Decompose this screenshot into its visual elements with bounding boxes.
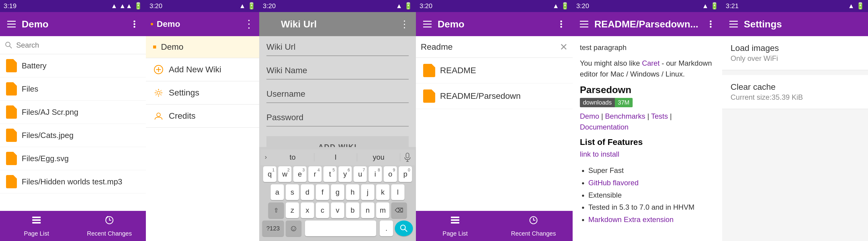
menu-button-5[interactable]: [578, 18, 591, 31]
search-field-4[interactable]: [421, 42, 556, 52]
key-c[interactable]: c: [316, 202, 329, 218]
link-install[interactable]: link to install: [580, 150, 619, 158]
key-v[interactable]: v: [331, 202, 344, 218]
add-wiki-item[interactable]: Add New Wiki: [146, 58, 259, 81]
wifi-icon-6: ▲: [848, 2, 855, 10]
file-item-hidden[interactable]: Files/Hidden worlds test.mp3: [0, 170, 146, 194]
key-k[interactable]: k: [376, 184, 390, 200]
suggestion-i[interactable]: I: [314, 153, 358, 162]
key-period[interactable]: .: [380, 220, 393, 236]
tab-recent-changes-4[interactable]: Recent Changes: [494, 211, 572, 241]
svg-rect-29: [451, 219, 459, 221]
key-t[interactable]: t5: [323, 166, 337, 182]
settings-item[interactable]: Settings: [146, 81, 259, 105]
more-button-1[interactable]: [128, 18, 141, 31]
key-j[interactable]: j: [361, 184, 374, 200]
key-i[interactable]: i8: [369, 166, 382, 182]
key-u[interactable]: u7: [353, 166, 367, 182]
credits-item[interactable]: Credits: [146, 105, 259, 128]
key-x[interactable]: x: [301, 202, 314, 218]
key-w[interactable]: w2: [278, 166, 291, 182]
key-e[interactable]: e3: [293, 166, 307, 182]
search-input-1[interactable]: [16, 41, 141, 49]
form-label-username: Username: [267, 89, 409, 99]
key-o[interactable]: o9: [384, 166, 397, 182]
file-item-cats[interactable]: Files/Cats.jpeg: [0, 124, 146, 147]
key-p[interactable]: p0: [399, 166, 412, 182]
more-button-4[interactable]: [555, 18, 568, 31]
suggestion-you[interactable]: you: [357, 153, 400, 162]
key-emoji[interactable]: ☺: [286, 220, 301, 236]
content-links: Demo | Benchmarks | Tests | Documentatio…: [580, 111, 715, 133]
time-6: 3:21: [726, 2, 739, 10]
clear-search-button[interactable]: ✕: [560, 41, 568, 53]
file-icon-files: [6, 82, 17, 96]
time-5: 3:20: [576, 2, 589, 10]
key-m[interactable]: m: [376, 202, 390, 218]
link-benchmarks[interactable]: Benchmarks: [605, 112, 645, 120]
key-r[interactable]: r4: [308, 166, 321, 182]
svg-point-27: [560, 26, 562, 28]
separator-3: |: [670, 112, 672, 120]
link-github-flavored[interactable]: GitHub flavored: [588, 179, 639, 187]
svg-point-37: [710, 26, 712, 28]
key-f[interactable]: f: [316, 184, 329, 200]
link-demo[interactable]: Demo: [580, 112, 599, 120]
content-h2-parsedown: Parsedown: [580, 84, 715, 96]
key-s[interactable]: s: [286, 184, 299, 200]
file-icon-egg: [6, 152, 17, 165]
more-button-3[interactable]: ⋮: [398, 18, 411, 31]
key-backspace[interactable]: ⌫: [391, 202, 407, 218]
key-d[interactable]: d: [301, 184, 314, 200]
menu-button-1[interactable]: [5, 18, 18, 31]
status-bar-2: 3:20 ▲ 🔋: [146, 0, 259, 12]
key-b[interactable]: b: [346, 202, 359, 218]
key-h[interactable]: h: [346, 184, 359, 200]
nav-recent-changes-1[interactable]: Recent Changes: [73, 212, 146, 240]
svg-point-25: [560, 21, 562, 22]
file-item-egg[interactable]: Files/Egg.svg: [0, 147, 146, 170]
key-space[interactable]: [305, 220, 376, 236]
badge-value: 37M: [615, 98, 632, 107]
file-item-files[interactable]: Files: [0, 77, 146, 101]
link-tests[interactable]: Tests: [651, 112, 668, 120]
link-markdown-extra[interactable]: Markdown Extra extension: [588, 215, 674, 223]
key-search-submit[interactable]: [395, 220, 413, 236]
file-icon-aj: [6, 105, 17, 119]
mic-icon[interactable]: [400, 150, 415, 165]
file-icon-battery: [6, 59, 17, 72]
add-wiki-button[interactable]: ADD WIKI: [267, 136, 409, 147]
link-documentation[interactable]: Documentation: [580, 123, 628, 131]
menu-button-6[interactable]: [727, 18, 740, 31]
key-y[interactable]: y6: [338, 166, 352, 182]
key-symbols[interactable]: ?123: [262, 220, 284, 236]
suggestion-to[interactable]: to: [271, 153, 314, 162]
more-button-2[interactable]: ⋮: [244, 18, 254, 30]
key-q[interactable]: q1: [263, 166, 276, 182]
file-item-aj[interactable]: Files/AJ Scr.png: [0, 101, 146, 124]
key-g[interactable]: g: [331, 184, 344, 200]
settings-clear-cache[interactable]: Clear cache Current size:35.39 KiB: [722, 75, 868, 109]
key-a[interactable]: a: [271, 184, 284, 200]
nav-page-list-1[interactable]: Page List: [0, 212, 73, 240]
svg-rect-38: [730, 21, 738, 22]
status-right-6: ▲ 🔋: [848, 2, 864, 10]
feature-tested: Tested in 5.3 to 7.0 and in HHVM: [588, 201, 715, 214]
result-readme-parsedown[interactable]: README/Parsedown: [416, 83, 572, 109]
time-4: 3:20: [420, 2, 433, 10]
more-button-5[interactable]: [704, 18, 717, 31]
key-l[interactable]: l: [391, 184, 404, 200]
file-item-battery[interactable]: Battery: [0, 54, 146, 77]
battery-icon-6: 🔋: [856, 2, 864, 10]
wiki-item-demo[interactable]: Demo: [146, 36, 259, 58]
svg-rect-9: [32, 219, 41, 221]
key-n[interactable]: n: [361, 202, 374, 218]
menu-button-4[interactable]: [421, 18, 434, 31]
key-shift[interactable]: ⇧: [268, 202, 284, 218]
key-z[interactable]: z: [286, 202, 299, 218]
result-readme[interactable]: README: [416, 58, 572, 83]
caret-link[interactable]: Caret: [642, 59, 660, 67]
toolbar-6: Settings: [722, 12, 868, 36]
svg-rect-10: [32, 222, 41, 223]
tab-page-list-4[interactable]: Page List: [416, 211, 494, 241]
